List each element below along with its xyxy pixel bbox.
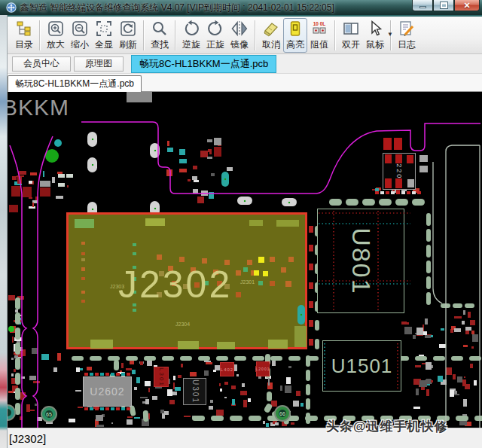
toolbar-button-find[interactable]: 查找 — [148, 18, 172, 53]
pcb-clutter-part — [275, 422, 278, 425]
pcb-clutter-part — [111, 422, 113, 424]
pcb-via-circle — [8, 326, 14, 332]
pcb-clutter-part — [468, 312, 471, 318]
pcb-clutter-part — [145, 399, 149, 404]
pcb-clutter-part — [155, 387, 162, 389]
tab-pcb-file-active[interactable]: 畅玩8C-HL1BKKM一点通.pcb — [131, 55, 276, 73]
pcb-pad — [116, 373, 120, 376]
toolbar-button-zoom-out[interactable]: 缩小 — [68, 18, 92, 53]
pcb-clutter-part — [204, 370, 208, 376]
pcb-pad — [309, 226, 313, 233]
pcb-clutter-part — [209, 192, 214, 199]
toolbar-button-label: 全显 — [95, 38, 113, 51]
tab-bar-secondary: 畅玩8C-HL1BKKM一点通.pcb — [8, 74, 482, 92]
toolbar-button-dual-view[interactable]: 双开 — [339, 18, 363, 53]
pcb-pad-pill — [249, 416, 261, 421]
j2302-keepout-block — [217, 342, 235, 349]
close-button[interactable]: ✕ — [454, 0, 480, 11]
pcb-via-circle — [45, 149, 59, 163]
pad-center-mark — [90, 208, 94, 212]
pcb-component-l2001[interactable]: L2001 — [256, 361, 270, 376]
pcb-clutter-part — [173, 376, 175, 380]
pcb-pad-pill — [15, 388, 20, 400]
pcb-part — [383, 138, 392, 150]
pcb-pad-pill — [15, 343, 20, 355]
pcb-clutter-part — [145, 381, 151, 386]
toolbar-button-log[interactable]: 日志 — [395, 18, 419, 53]
pcb-via-circle — [54, 139, 62, 147]
pcb-pad — [380, 191, 384, 194]
pcb-canvas[interactable]: BKKM 6566U801U1501J2201U2602U301L301L402… — [8, 92, 482, 428]
pcb-clutter-part — [268, 378, 270, 386]
pcb-pad — [90, 407, 93, 410]
window-controls: ✕ — [412, 0, 480, 11]
j2302-keepout-block — [294, 326, 307, 347]
chevron-down-icon[interactable]: ▼ — [387, 31, 393, 38]
toolbar-button-cancel[interactable]: 取消 — [259, 18, 283, 53]
toolbar-button-rotate-cw[interactable]: 正旋 — [203, 18, 227, 53]
toolbar-button-label: 放大 — [47, 38, 65, 51]
j2302-pin-pad — [133, 309, 136, 312]
pcb-clutter-part — [142, 401, 146, 404]
j2302-pin-pad — [236, 270, 241, 276]
toolbar-button-label: 阻值 — [310, 38, 328, 51]
pcb-test-pad — [150, 143, 160, 158]
pcb-pad-pill — [426, 213, 431, 226]
pcb-clutter-part — [209, 152, 212, 154]
toolbar-button-label: 刷新 — [119, 38, 137, 51]
pcb-pad-pill — [469, 356, 481, 361]
pcb-pad-pill — [315, 339, 319, 349]
pcb-clutter-part — [213, 370, 215, 373]
toolbar-button-label: 鼠标 — [366, 38, 384, 51]
pcb-clutter-part — [19, 171, 26, 175]
toolbar-button-label: 高亮 — [286, 38, 304, 51]
toolbar-button-resistance[interactable]: 10 0L阻值 — [307, 18, 331, 53]
pcb-pad — [127, 373, 130, 376]
pcb-component-l402[interactable]: L402 — [220, 362, 234, 376]
toolbar-button-zoom-in[interactable]: 放大 — [44, 18, 68, 53]
pcb-clutter-part — [140, 397, 147, 398]
toolbar-button-refresh[interactable]: 刷新 — [116, 18, 140, 53]
pcb-test-pad — [87, 157, 97, 172]
pcb-clutter-part — [178, 375, 182, 377]
via-label: 65 — [42, 407, 56, 421]
tab-pcb-document[interactable]: 畅玩8C-HL1BKKM一点通.pcb — [8, 75, 142, 92]
pcb-component-u301[interactable]: U301 — [183, 378, 206, 405]
pcb-clutter-part — [96, 425, 103, 427]
maximize-button[interactable] — [433, 0, 454, 11]
toolbar-button-label: 缩小 — [71, 38, 89, 51]
highlight-icon — [286, 20, 304, 38]
pcb-pad — [309, 339, 313, 346]
pcb-clutter-part — [20, 392, 26, 398]
pcb-component-l301[interactable]: L301 — [154, 367, 169, 387]
window-left-border — [0, 15, 8, 448]
pcb-pad — [309, 320, 313, 327]
pcb-clutter-part — [470, 364, 473, 368]
toolbar-button-mouse[interactable]: 鼠标▼ — [363, 18, 387, 53]
toolbar-button-mirror[interactable]: 镜像 — [227, 18, 252, 53]
pcb-clutter-part — [197, 197, 204, 203]
pcb-component-u2602[interactable]: U2602 — [83, 376, 132, 407]
pcb-pad-pill — [15, 403, 20, 415]
pcb-component-u1501[interactable]: U1501 — [322, 340, 401, 392]
pcb-clutter-part — [184, 416, 191, 417]
pcb-part — [40, 187, 50, 197]
minimize-button[interactable] — [412, 0, 433, 11]
pcb-pad-pill — [15, 373, 20, 385]
pcb-pad — [375, 191, 379, 194]
toolbar-button-highlight[interactable]: 高亮 — [283, 18, 307, 53]
pcb-clutter-part — [413, 335, 416, 339]
pcb-component-u801[interactable]: U801 — [317, 209, 404, 313]
j2302-keepout-block — [276, 220, 299, 227]
tab-member-center[interactable]: 会员中心 — [12, 56, 71, 72]
toolbar-button-directory[interactable]: 目录 — [12, 18, 36, 53]
via-center — [8, 409, 11, 416]
j2302-pin-pad — [81, 242, 85, 245]
toolbar-button-fit-all[interactable]: 全显 — [92, 18, 116, 53]
pcb-component-j2302-highlighted[interactable]: J2302J2303J2301J2304 — [66, 212, 307, 349]
tab-schematic[interactable]: 原理图 — [74, 56, 124, 72]
pcb-pad — [90, 373, 93, 376]
toolbar-button-rotate-ccw[interactable]: 逆旋 — [179, 18, 203, 53]
pcb-pad — [111, 407, 114, 410]
pcb-clutter-part — [167, 148, 173, 151]
